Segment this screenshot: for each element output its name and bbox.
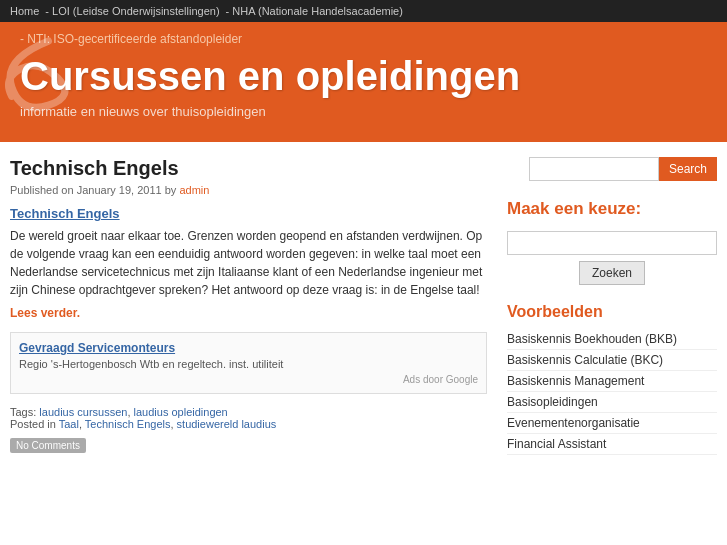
nav-nha[interactable]: - NHA (Nationale Handelsacademie) (226, 5, 403, 17)
read-more-link[interactable]: Lees verder. (10, 306, 80, 320)
article-meta: Published on January 19, 2011 by admin (10, 184, 487, 196)
voorbeelden-title: Voorbeelden (507, 303, 717, 321)
list-item[interactable]: Basiskennis Management (507, 371, 717, 392)
voorbeelden-list: Basiskennis Boekhouden (BKB)Basiskennis … (507, 329, 717, 455)
list-item[interactable]: Basiskennis Boekhouden (BKB) (507, 329, 717, 350)
list-item[interactable]: Evenementenorganisatie (507, 413, 717, 434)
article-link[interactable]: Technisch Engels (10, 206, 487, 221)
tags-section: Tags: laudius cursussen, laudius opleidi… (10, 406, 487, 430)
sidebar-search-button[interactable]: Zoeken (579, 261, 645, 285)
sidebar: Search Maak een keuze: Zoeken Voorbeelde… (507, 157, 717, 455)
article-author[interactable]: admin (179, 184, 209, 196)
posted-link-studiewereld[interactable]: studiewereld laudius (177, 418, 277, 430)
article-published-label: Published on January 19, 2011 by (10, 184, 176, 196)
tag-link-0[interactable]: laudius cursussen (39, 406, 127, 418)
tag-link-1[interactable]: laudius opleidingen (134, 406, 228, 418)
content-area: Technisch Engels Published on January 19… (10, 157, 487, 455)
sidebar-search-input[interactable] (507, 231, 717, 255)
banner-subtitle: - NTI: ISO-gecertificeerde afstandopleid… (20, 32, 707, 46)
sidebar-section-title: Maak een keuze: (507, 199, 717, 219)
list-item[interactable]: Basisopleidingen (507, 392, 717, 413)
tags-label: Tags: (10, 406, 36, 418)
ad-text: Regio 's-Hertogenbosch Wtb en regeltech.… (19, 358, 478, 370)
posted-link-technisch[interactable]: Technisch Engels (85, 418, 171, 430)
list-item[interactable]: Financial Assistant (507, 434, 717, 455)
no-comments-badge[interactable]: No Comments (10, 438, 86, 453)
banner-tagline: informatie en nieuws over thuisopleiding… (20, 104, 707, 119)
article-body: De wereld groeit naar elkaar toe. Grenze… (10, 227, 487, 299)
banner-title: Cursussen en opleidingen (20, 54, 707, 98)
nav-home[interactable]: Home (10, 5, 39, 17)
sidebar-search-box: Zoeken (507, 231, 717, 285)
top-search-bar: Search (507, 157, 717, 181)
ads-by-google-label: Ads door Google (19, 374, 478, 385)
main-wrapper: Technisch Engels Published on January 19… (0, 142, 727, 470)
search-input-top[interactable] (529, 157, 659, 181)
ad-link[interactable]: Gevraagd Servicemonteurs (19, 341, 478, 355)
posted-label: Posted in (10, 418, 56, 430)
posted-link-taal[interactable]: Taal (59, 418, 79, 430)
article-title: Technisch Engels (10, 157, 487, 180)
nav-loi[interactable]: - LOI (Leidse Onderwijsinstellingen) (45, 5, 219, 17)
search-button-top[interactable]: Search (659, 157, 717, 181)
banner: - NTI: ISO-gecertificeerde afstandopleid… (0, 22, 727, 142)
banner-swirl-icon (0, 32, 70, 142)
top-navigation: Home - LOI (Leidse Onderwijsinstellingen… (0, 0, 727, 22)
list-item[interactable]: Basiskennis Calculatie (BKC) (507, 350, 717, 371)
ad-box: Gevraagd Servicemonteurs Regio 's-Hertog… (10, 332, 487, 394)
